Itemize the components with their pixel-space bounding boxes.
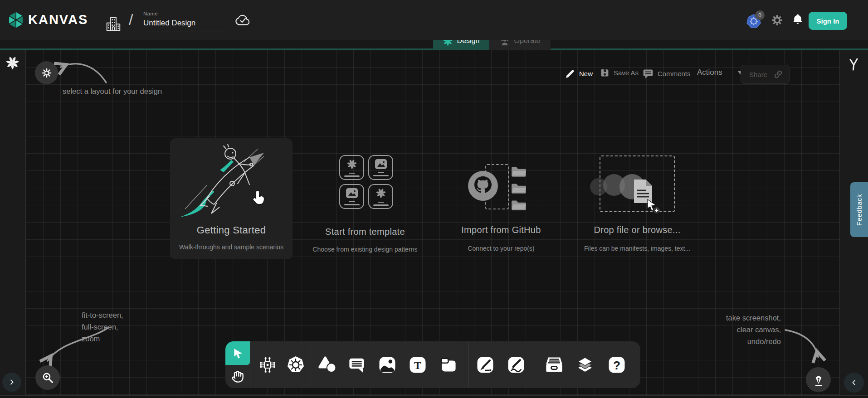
card-subtitle: Files can be manifests, images, text... — [571, 245, 703, 252]
new-label: New — [579, 70, 593, 78]
left-rail — [0, 50, 26, 395]
layout-hint-text: select a layout for your design — [63, 85, 162, 97]
card-getting-started[interactable]: Getting Started Walk-throughs and sample… — [170, 138, 293, 259]
image-icon — [346, 188, 358, 198]
main-toolbar: T — [225, 341, 640, 388]
sketch-tool-button[interactable] — [506, 354, 527, 375]
actions-dropdown[interactable]: Actions — [697, 68, 743, 77]
sign-in-button[interactable]: Sign In — [809, 12, 847, 30]
cloud-saved-icon — [234, 14, 251, 27]
layers-tool-button[interactable] — [575, 354, 595, 375]
expand-right-panel-button[interactable] — [844, 373, 864, 393]
repo-folder-icon — [511, 165, 527, 178]
save-as-label: Save As — [614, 69, 639, 77]
shapes-tool-button[interactable] — [317, 354, 338, 375]
expand-left-panel-button[interactable] — [2, 373, 21, 392]
design-name-input[interactable] — [143, 18, 225, 31]
kanvas-logo-icon — [6, 10, 25, 29]
zoom-button[interactable] — [35, 365, 60, 390]
organization-icon[interactable] — [105, 15, 122, 33]
feedback-label: Feedback — [855, 194, 863, 226]
card-subtitle: Choose from existing design patterns — [299, 246, 431, 253]
comments-icon — [642, 68, 653, 79]
template-tile-pinwheel — [339, 155, 364, 180]
card-import-github[interactable]: Import from GitHub Connect to your repo(… — [435, 150, 567, 258]
settings-gear-icon[interactable] — [771, 14, 783, 26]
comments-label: Comments — [658, 70, 691, 78]
feedback-tab[interactable]: Feedback — [850, 182, 868, 237]
zoom-in-icon — [41, 371, 54, 384]
github-icon — [467, 170, 499, 202]
archive-drawer-icon — [545, 356, 564, 374]
template-tile-pinwheel — [368, 184, 393, 209]
card-title: Import from GitHub — [435, 225, 567, 235]
comment-icon — [348, 357, 366, 373]
screenshot-hint-arrow — [781, 325, 826, 364]
image-tool-icon — [378, 356, 396, 374]
comment-tool-button[interactable] — [346, 354, 367, 375]
new-design-button[interactable]: New — [564, 68, 593, 79]
toolbar-divider — [250, 341, 250, 388]
card-subtitle: Walk-throughs and sample scenarios — [170, 243, 293, 251]
select-tool-button[interactable] — [225, 341, 250, 365]
y-panel-icon[interactable] — [847, 58, 860, 71]
screenshot-hint-text: take screenshot, clear canvas, undo/redo — [717, 312, 781, 347]
card-start-from-template[interactable]: Start from template Choose from existing… — [299, 150, 431, 258]
chevron-right-icon — [8, 379, 15, 386]
image-tool-button[interactable] — [377, 354, 398, 375]
toolbar-divider — [468, 341, 468, 388]
pencil-sketch-icon — [507, 356, 525, 374]
comments-button[interactable]: Comments — [642, 68, 691, 79]
kubernetes-context-button[interactable]: 0 — [746, 14, 762, 30]
pen-tool-button[interactable] — [475, 354, 496, 375]
cursor-arrow-icon — [232, 347, 244, 359]
connect-nodes-icon — [258, 355, 277, 374]
template-tiles — [339, 155, 393, 209]
connect-nodes-tool-button[interactable] — [257, 354, 278, 375]
card-drop-file[interactable]: Drop file or browse... Files can be mani… — [571, 150, 703, 258]
window-tool-button[interactable] — [438, 354, 459, 375]
new-pencil-icon — [564, 68, 575, 79]
layers-icon — [575, 356, 595, 374]
share-label: Share — [749, 71, 767, 78]
layout-snowflake-icon — [41, 68, 52, 78]
design-name-label: Name — [143, 11, 225, 16]
card-subtitle: Connect to your repo(s) — [435, 245, 567, 252]
pan-tool-button[interactable] — [225, 365, 250, 388]
save-floppy-icon — [600, 68, 610, 78]
breadcrumb-separator: / — [129, 11, 133, 29]
kubernetes-tool-button[interactable] — [285, 354, 306, 375]
svg-text:?: ? — [613, 359, 620, 372]
window-tab-icon — [439, 357, 458, 373]
image-icon — [375, 159, 387, 169]
shapes-icon — [318, 356, 337, 374]
annotate-pen-button[interactable] — [806, 367, 831, 392]
notifications-bell-icon[interactable] — [792, 13, 804, 26]
card-title: Getting Started — [170, 224, 293, 236]
kanvas-pinwheel-icon[interactable] — [5, 56, 20, 70]
context-count-badge: 0 — [755, 10, 765, 20]
help-icon: ? — [608, 356, 626, 374]
card-title: Drop file or browse... — [571, 225, 703, 235]
kanvas-app: KANVAS / Name — [0, 0, 868, 398]
brand-name: KANVAS — [28, 12, 88, 27]
archive-tool-button[interactable] — [544, 354, 565, 375]
repo-folder-icon — [511, 182, 527, 194]
repo-folder-icon — [511, 199, 527, 211]
rocket-doodle — [177, 142, 286, 221]
toolbar-divider — [311, 341, 311, 388]
hand-cursor-icon — [252, 189, 266, 207]
template-tile-image — [339, 184, 364, 209]
save-as-button[interactable]: Save As — [600, 68, 639, 78]
drop-file-illustration — [589, 163, 679, 218]
bottom-strip — [0, 395, 868, 398]
toolbar-divider — [534, 341, 534, 388]
actions-label: Actions — [697, 68, 722, 77]
zoom-hint-arrow — [39, 323, 113, 368]
kubernetes-wheel-icon — [286, 355, 306, 375]
share-button[interactable]: Share — [741, 65, 790, 84]
help-tool-button[interactable]: ? — [606, 354, 627, 375]
text-tool-button[interactable]: T — [407, 354, 428, 375]
pinwheel-icon — [346, 159, 357, 170]
app-header: KANVAS / Name — [0, 0, 868, 40]
